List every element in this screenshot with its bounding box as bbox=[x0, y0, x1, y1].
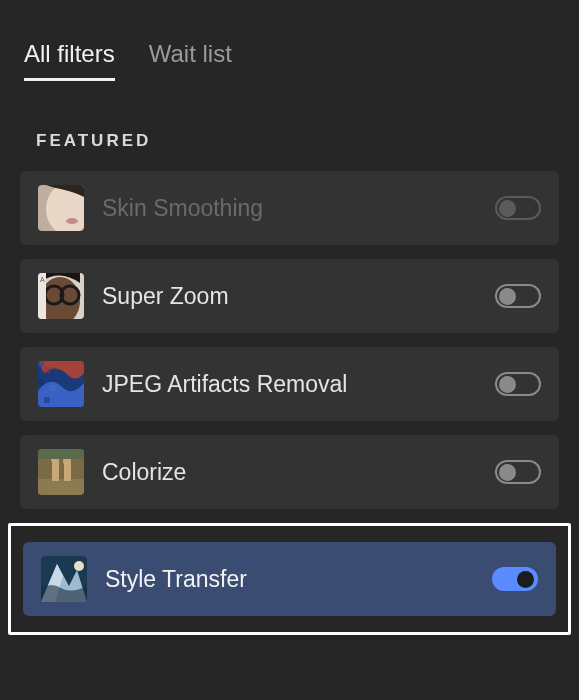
neural-filters-panel: All filters Wait list FEATURED Skin Smoo… bbox=[0, 0, 579, 655]
toggle-super-zoom[interactable] bbox=[495, 284, 541, 308]
filter-label: Super Zoom bbox=[102, 283, 477, 310]
svg-rect-16 bbox=[44, 397, 50, 403]
tab-all-filters[interactable]: All filters bbox=[24, 40, 115, 81]
svg-rect-19 bbox=[52, 461, 59, 481]
filter-label: Skin Smoothing bbox=[102, 195, 477, 222]
filter-label: Style Transfer bbox=[105, 566, 474, 593]
toggle-style-transfer[interactable] bbox=[492, 567, 538, 591]
svg-point-25 bbox=[74, 561, 84, 571]
tab-wait-list[interactable]: Wait list bbox=[149, 40, 232, 81]
filter-item-jpeg-artifacts[interactable]: JPEG Artifacts Removal bbox=[20, 347, 559, 421]
filter-item-style-transfer[interactable]: Style Transfer bbox=[23, 542, 556, 616]
filter-label: JPEG Artifacts Removal bbox=[102, 371, 477, 398]
svg-rect-15 bbox=[50, 385, 56, 391]
svg-rect-12 bbox=[38, 361, 44, 367]
toggle-colorize[interactable] bbox=[495, 460, 541, 484]
filter-item-colorize[interactable]: Colorize bbox=[20, 435, 559, 509]
toggle-skin-smoothing[interactable] bbox=[495, 196, 541, 220]
colorize-thumb-icon bbox=[38, 449, 84, 495]
super-zoom-thumb-icon: A bbox=[38, 273, 84, 319]
svg-rect-14 bbox=[38, 379, 44, 385]
svg-rect-13 bbox=[44, 367, 50, 373]
svg-text:A: A bbox=[40, 276, 45, 283]
style-transfer-thumb-icon bbox=[41, 556, 87, 602]
filter-label: Colorize bbox=[102, 459, 477, 486]
svg-point-2 bbox=[66, 218, 78, 224]
filter-item-super-zoom[interactable]: A Super Zoom bbox=[20, 259, 559, 333]
section-title-featured: FEATURED bbox=[20, 131, 559, 151]
filter-list: Skin Smoothing A Super Zoom bbox=[20, 171, 559, 635]
tabs-bar: All filters Wait list bbox=[20, 40, 559, 81]
highlight-box: Style Transfer bbox=[8, 523, 571, 635]
toggle-jpeg-artifacts[interactable] bbox=[495, 372, 541, 396]
skin-smoothing-thumb-icon bbox=[38, 185, 84, 231]
jpeg-artifacts-thumb-icon bbox=[38, 361, 84, 407]
filter-item-skin-smoothing[interactable]: Skin Smoothing bbox=[20, 171, 559, 245]
svg-rect-23 bbox=[38, 449, 84, 459]
svg-rect-21 bbox=[64, 463, 71, 481]
svg-rect-18 bbox=[38, 479, 84, 495]
